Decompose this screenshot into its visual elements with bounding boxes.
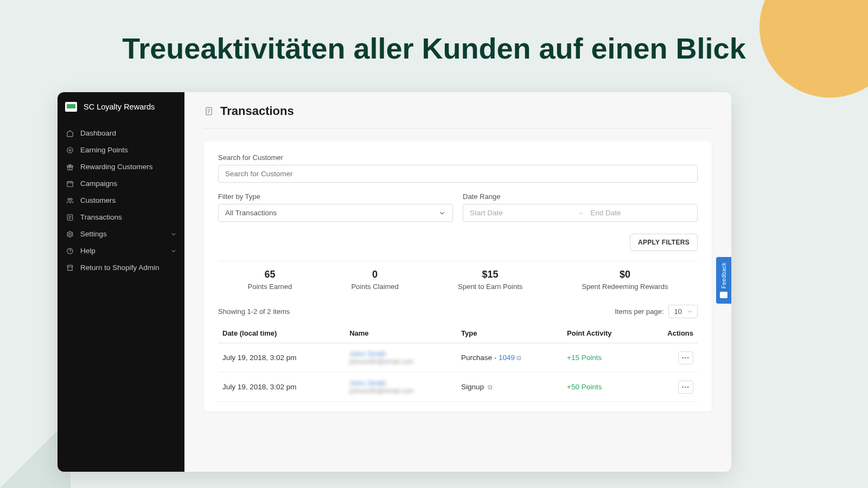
decorative-corner — [760, 0, 868, 98]
type-link[interactable]: 1049 — [499, 354, 515, 362]
col-name[interactable]: Name — [345, 324, 457, 343]
chevron-down-icon — [687, 309, 693, 314]
stat-spent-earn: $15 Spent to Earn Points — [458, 269, 522, 291]
col-actions: Actions — [644, 324, 698, 343]
sidebar-item-label: Campaigns — [80, 179, 117, 188]
list-icon — [66, 214, 74, 221]
search-input[interactable] — [218, 165, 698, 183]
gear-icon — [66, 230, 74, 238]
svg-point-6 — [71, 198, 73, 200]
customer-email-blurred: johnsmith@email.com — [349, 358, 452, 365]
svg-point-8 — [69, 233, 71, 235]
sidebar-item-label: Return to Shopify Admin — [80, 264, 159, 272]
copy-icon[interactable]: ⧉ — [516, 354, 521, 362]
sidebar-item-label: Dashboard — [80, 129, 116, 137]
cell-points: +15 Points — [563, 343, 644, 373]
row-actions-button[interactable]: ··· — [678, 351, 693, 364]
marketing-headline: Treueaktivitäten aller Kunden auf einen … — [0, 0, 868, 65]
cell-actions: ··· — [644, 343, 698, 373]
sidebar-item-campaigns[interactable]: Campaigns — [58, 175, 184, 192]
date-range-label: Date Range — [463, 192, 698, 201]
stat-value: 0 — [351, 269, 398, 280]
table-row: July 19, 2018, 3:02 pm John Smith johnsm… — [218, 373, 698, 402]
sidebar-item-label: Transactions — [80, 213, 122, 221]
apply-filters-button[interactable]: APPLY FILTERS — [630, 234, 698, 251]
cell-date: July 19, 2018, 3:02 pm — [218, 343, 345, 373]
end-date-placeholder: End Date — [590, 209, 691, 217]
svg-point-1 — [69, 149, 71, 151]
points-value: +15 Points — [567, 354, 602, 362]
transactions-table: Date (local time) Name Type Point Activi… — [218, 324, 698, 402]
sidebar-item-label: Rewarding Customers — [80, 163, 153, 171]
sidebar-item-label: Settings — [80, 230, 107, 238]
sidebar-item-earning-points[interactable]: Earning Points — [58, 142, 184, 158]
filter-type-value: All Transactions — [225, 209, 277, 217]
sidebar-item-help[interactable]: Help — [58, 242, 184, 259]
cell-points: +50 Points — [563, 373, 644, 402]
row-actions-button[interactable]: ··· — [678, 381, 693, 394]
type-prefix: Signup — [461, 383, 486, 391]
app-window: SC Loyalty Rewards Dashboard Earning Poi… — [58, 92, 731, 472]
table-row: July 19, 2018, 3:02 pm John Smith johnsm… — [218, 343, 698, 373]
sidebar-item-label: Customers — [80, 196, 116, 204]
sidebar-item-rewarding-customers[interactable]: Rewarding Customers — [58, 158, 184, 175]
start-date-placeholder: Start Date — [470, 209, 570, 217]
main-content: Transactions Search for Customer Filter … — [184, 92, 731, 472]
stat-label: Spent to Earn Points — [458, 282, 522, 291]
transactions-icon — [204, 106, 214, 116]
stat-value: $15 — [458, 269, 522, 280]
filter-card: Search for Customer Filter by Type All T… — [204, 142, 712, 412]
stats-row: 65 Points Earned 0 Points Claimed $15 Sp… — [218, 261, 698, 295]
items-per-page-label: Items per page: — [615, 307, 663, 316]
filter-type-label: Filter by Type — [218, 192, 453, 201]
sidebar-item-return-shopify[interactable]: Return to Shopify Admin — [58, 259, 184, 276]
stat-spent-redeem: $0 Spent Redeeming Rewards — [582, 269, 668, 291]
page-header: Transactions — [204, 104, 712, 129]
chat-icon — [720, 292, 727, 298]
svg-point-5 — [68, 198, 70, 200]
sidebar-item-settings[interactable]: Settings — [58, 226, 184, 242]
brand-icon — [65, 102, 77, 112]
stat-label: Points Earned — [248, 282, 292, 291]
sidebar-item-transactions[interactable]: Transactions — [58, 209, 184, 226]
cell-type: Purchase - 1049⧉ — [457, 343, 563, 373]
points-value: +50 Points — [567, 383, 602, 391]
chevron-down-icon — [170, 231, 177, 237]
sidebar-brand[interactable]: SC Loyalty Rewards — [58, 92, 184, 125]
col-activity[interactable]: Point Activity — [563, 324, 644, 343]
store-icon — [66, 264, 74, 272]
sidebar-item-label: Help — [80, 247, 95, 255]
stat-points-earned: 65 Points Earned — [248, 269, 292, 291]
chevron-down-icon — [170, 248, 177, 254]
stat-label: Spent Redeeming Rewards — [582, 282, 668, 291]
items-per-page-select[interactable]: 10 — [668, 305, 698, 318]
cell-date: July 19, 2018, 3:02 pm — [218, 373, 345, 402]
customer-name-blurred: John Smith — [349, 350, 452, 358]
stat-value: 65 — [248, 269, 292, 280]
col-type[interactable]: Type — [457, 324, 563, 343]
feedback-label: Feedback — [721, 262, 727, 288]
date-range-input[interactable]: Start Date → End Date — [463, 204, 698, 222]
cell-name[interactable]: John Smith johnsmith@email.com — [345, 373, 457, 402]
svg-point-0 — [67, 147, 73, 153]
svg-rect-4 — [67, 181, 73, 186]
calendar-icon — [66, 180, 74, 188]
sidebar-item-customers[interactable]: Customers — [58, 192, 184, 209]
col-date[interactable]: Date (local time) — [218, 324, 345, 343]
showing-text: Showing 1-2 of 2 items — [218, 307, 290, 316]
sidebar: SC Loyalty Rewards Dashboard Earning Poi… — [58, 92, 184, 472]
search-label: Search for Customer — [218, 153, 698, 162]
gift-icon — [66, 163, 74, 171]
feedback-tab[interactable]: Feedback — [716, 257, 731, 304]
users-icon — [66, 197, 74, 204]
sidebar-item-dashboard[interactable]: Dashboard — [58, 125, 184, 142]
cell-name[interactable]: John Smith johnsmith@email.com — [345, 343, 457, 373]
copy-icon[interactable]: ⧉ — [488, 383, 493, 391]
items-per-page-value: 10 — [674, 307, 682, 316]
target-icon — [66, 146, 74, 154]
filter-type-select[interactable]: All Transactions — [218, 204, 453, 222]
page-title: Transactions — [220, 104, 294, 118]
stat-value: $0 — [582, 269, 668, 280]
sidebar-item-label: Earning Points — [80, 146, 128, 154]
stat-label: Points Claimed — [351, 282, 398, 291]
